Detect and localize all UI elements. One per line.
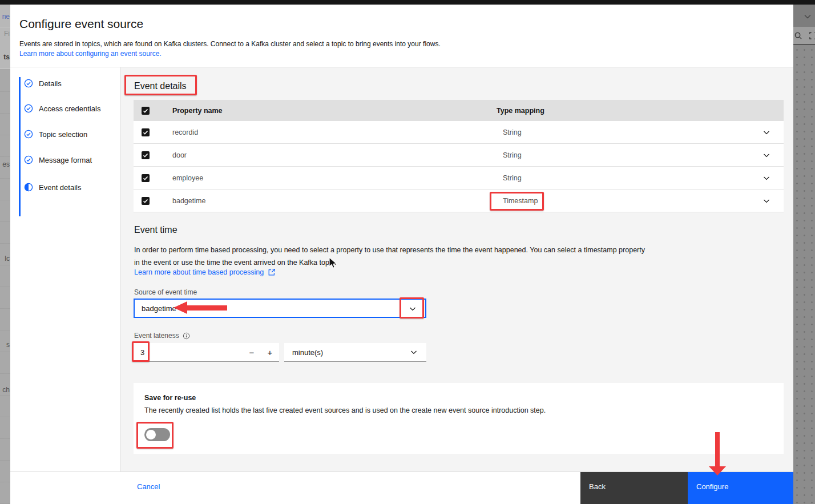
step-complete-icon [24, 104, 33, 113]
step-complete-icon [24, 79, 33, 88]
top-bar [0, 0, 815, 5]
background-text-fragment: ne [2, 13, 10, 21]
row-checkbox[interactable] [142, 128, 150, 136]
background-text-fragment: ch [2, 386, 10, 394]
app-root: ne Fi ts es lc s ch Configure event sour… [0, 0, 815, 504]
step-complete-icon [24, 155, 33, 164]
back-button-label: Back [589, 482, 606, 491]
chevron-down-icon[interactable] [408, 304, 417, 315]
modal-title: Configure event source [19, 17, 143, 31]
property-table: Property name Type mapping recordid Stri… [134, 100, 784, 212]
source-of-event-time-label: Source of event time [134, 288, 197, 296]
step-progress-line [19, 77, 21, 216]
type-mapping-select[interactable]: String [503, 128, 522, 136]
chevron-down-icon [803, 12, 812, 21]
row-checkbox[interactable] [142, 151, 150, 159]
step-current-icon [24, 183, 33, 192]
chevron-down-icon[interactable] [762, 151, 771, 162]
type-mapping-select[interactable]: Timestamp [503, 197, 538, 205]
column-header-property-name: Property name [172, 107, 223, 115]
label-text: Event lateness [134, 332, 179, 340]
decrement-button[interactable]: − [243, 343, 261, 362]
background-right-sliver [793, 5, 815, 504]
type-mapping-select[interactable]: String [503, 151, 522, 159]
step-item-message-format[interactable]: Message format [24, 155, 92, 164]
property-name-cell: recordid [172, 128, 198, 136]
step-label: Details [39, 79, 62, 88]
cancel-button[interactable]: Cancel [137, 482, 160, 491]
row-checkbox[interactable] [142, 174, 150, 182]
background-text-fragment: s [6, 341, 10, 349]
background-left-sliver: ne Fi ts es lc s ch [0, 5, 10, 504]
save-for-reuse-toggle[interactable] [144, 428, 170, 441]
event-time-description: In order to perform time based processin… [134, 244, 651, 269]
event-time-heading: Event time [134, 225, 177, 235]
column-header-type-mapping: Type mapping [497, 107, 544, 115]
step-item-access-credentials[interactable]: Access credentials [24, 104, 100, 113]
source-of-event-time-dropdown[interactable]: badgetime [134, 299, 426, 318]
launch-icon [268, 268, 276, 276]
step-label: Access credentials [39, 104, 100, 113]
event-lateness-label: Event lateness [134, 332, 190, 340]
dropdown-value: badgetime [142, 304, 176, 313]
zoom-icon [794, 31, 802, 40]
background-dot-grid-canvas [793, 46, 815, 504]
modal-description: Events are stored in topics, which are f… [19, 40, 441, 48]
info-icon[interactable] [183, 332, 190, 340]
save-for-reuse-card: Save for re-use The recently created lis… [134, 383, 784, 454]
table-header-row: Property name Type mapping [134, 100, 784, 121]
modal-footer: Cancel Back Configure [10, 471, 793, 504]
table-row: badgetime Timestamp [134, 189, 784, 212]
back-button[interactable]: Back [580, 472, 688, 504]
background-text-fragment: ts [3, 53, 10, 61]
event-details-heading: Event details [134, 81, 187, 91]
time-processing-learn-more-link[interactable]: Learn more about time based processing [134, 268, 276, 276]
save-for-reuse-description: The recently created list holds the last… [144, 406, 546, 414]
fit-to-screen-icon [809, 31, 815, 40]
step-item-topic-selection[interactable]: Topic selection [24, 130, 87, 139]
chevron-down-icon[interactable] [409, 348, 418, 358]
background-dropdown [793, 5, 815, 27]
row-checkbox[interactable] [142, 197, 150, 205]
step-complete-icon [24, 130, 33, 139]
step-item-event-details[interactable]: Event details [24, 183, 81, 192]
background-divider [0, 27, 10, 27]
property-name-cell: badgetime [172, 197, 205, 205]
background-text-fragment: es [2, 160, 10, 168]
step-content-panel: Event details Property name Type mapping… [121, 67, 793, 471]
link-text: Learn more about time based processing [134, 268, 264, 276]
step-label: Topic selection [39, 130, 87, 139]
table-row: recordid String [134, 121, 784, 144]
step-item-details[interactable]: Details [24, 79, 62, 88]
property-name-cell: door [172, 151, 187, 159]
configure-button-label: Configure [696, 482, 728, 491]
background-text-fragment: Fi [4, 30, 10, 38]
toggle-knob [146, 430, 156, 440]
configure-event-source-modal: Configure event source Events are stored… [10, 5, 793, 504]
type-mapping-select[interactable]: String [503, 174, 522, 182]
save-for-reuse-heading: Save for re-use [144, 394, 196, 402]
table-row: employee String [134, 167, 784, 189]
table-row: door String [134, 144, 784, 167]
step-label: Event details [39, 183, 81, 192]
event-lateness-number-input[interactable]: 3 − + [134, 343, 279, 362]
background-canvas-toolbar [793, 27, 815, 45]
step-label: Message format [39, 156, 92, 164]
background-divider [0, 68, 10, 69]
increment-button[interactable]: + [261, 343, 279, 362]
chevron-down-icon[interactable] [762, 128, 771, 139]
chevron-down-icon[interactable] [762, 174, 771, 185]
configure-learn-more-link[interactable]: Learn more about configuring an event so… [19, 50, 162, 58]
configure-button[interactable]: Configure [688, 472, 793, 504]
chevron-down-icon[interactable] [762, 196, 771, 208]
lateness-unit-dropdown[interactable]: minute(s) [284, 343, 426, 362]
lateness-value: 3 [140, 348, 144, 357]
property-name-cell: employee [172, 174, 203, 182]
select-all-checkbox[interactable] [142, 107, 150, 115]
background-text-fragment: lc [5, 255, 10, 263]
dropdown-value: minute(s) [292, 348, 323, 357]
